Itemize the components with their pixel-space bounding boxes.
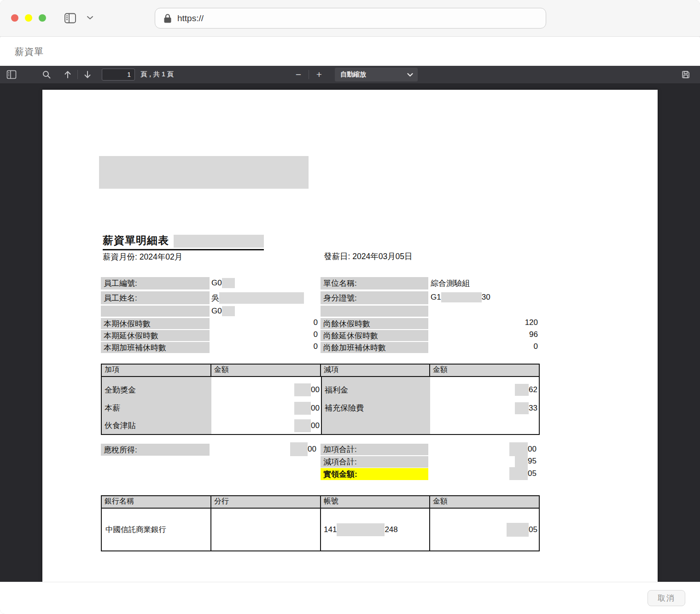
zoom-out-button[interactable]: −: [290, 68, 307, 81]
zoom-select-value: 自動縮放: [340, 70, 366, 79]
deduct-item-1: 補充保險費: [322, 399, 430, 417]
remain-value-2: 0: [492, 342, 538, 351]
leave-label-0: 本期休假時數: [101, 318, 210, 329]
zoom-in-button[interactable]: +: [311, 68, 327, 81]
page-titlebar: 薪資單: [0, 37, 700, 66]
id-label: 身分證號:: [321, 291, 428, 304]
bank-amount-cell: 05: [430, 509, 539, 550]
emp-name-value: 吳: [211, 292, 304, 304]
dialog-footer: 取消: [0, 582, 700, 614]
add-item-2: 伙食津貼: [102, 417, 211, 434]
deduct-amount-2: [430, 417, 539, 434]
deduct-amount-0: 62: [430, 381, 539, 399]
emp-extra-value: G0: [211, 306, 235, 316]
search-icon[interactable]: [40, 68, 53, 81]
leave-value-0: 0: [273, 318, 318, 327]
blank-label-cell: [101, 306, 210, 317]
emp-no-label: 員工編號:: [101, 277, 210, 290]
redacted-logo-box: [99, 156, 309, 189]
salary-month: 薪資月份: 2024年02月: [103, 251, 182, 262]
deduct-total-label: 減項合計:: [321, 456, 428, 468]
select-chevron-icon: [407, 73, 413, 77]
redacted-title-box: [174, 235, 264, 248]
remain-label-0: 尚餘休假時數: [321, 318, 428, 329]
leave-value-2: 0: [273, 342, 318, 351]
add-amount-2: 00: [211, 417, 321, 434]
pdf-toolbar: 頁，共 1 頁 − + 自動縮放: [0, 66, 700, 83]
emp-no-value: G0: [211, 278, 235, 288]
minimize-window-button[interactable]: [25, 14, 32, 22]
chevron-down-icon[interactable]: [87, 15, 93, 20]
bank-header-name: 銀行名稱: [102, 496, 211, 508]
bank-header-account: 帳號: [321, 496, 430, 508]
bank-branch-cell: [211, 509, 321, 550]
blank-label-cell-right: [321, 306, 428, 317]
leave-label-2: 本期加班補休時數: [101, 342, 210, 353]
add-amount-0: 00: [211, 381, 321, 399]
address-bar[interactable]: https://: [155, 8, 546, 29]
fullscreen-window-button[interactable]: [39, 14, 46, 22]
id-value: G130: [431, 292, 490, 302]
remain-value-0: 120: [492, 318, 538, 327]
url-text: https://: [177, 13, 204, 23]
add-item-0: 全勤獎金: [102, 381, 211, 399]
page-count-label: 頁，共 1 頁: [140, 70, 174, 79]
taxable-income-label: 應稅所得:: [101, 444, 210, 456]
payslip-title-row: 薪資單明細表: [103, 233, 264, 250]
page-number-input[interactable]: [102, 69, 135, 81]
page-title: 薪資單: [15, 46, 44, 58]
unit-label: 單位名稱:: [321, 277, 428, 290]
save-icon[interactable]: [679, 68, 693, 81]
leave-label-1: 本期延休假時數: [101, 330, 210, 341]
viewer-sidebar-toggle-icon[interactable]: [5, 68, 18, 81]
remain-label-1: 尚餘延休假時數: [321, 330, 428, 341]
sidebar-toggle-icon[interactable]: [64, 12, 76, 24]
add-amount-1: 00: [211, 399, 321, 417]
add-total-value: 00: [461, 442, 538, 456]
close-window-button[interactable]: [11, 14, 18, 22]
deduct-item-2: [322, 417, 430, 434]
earn-deduct-table: 加項 金額 減項 金額 全勤獎金 本薪 伙食津貼 00 00 00: [101, 364, 540, 435]
unit-value: 綜合測驗組: [431, 278, 470, 289]
remain-value-1: 96: [492, 330, 538, 339]
bank-header-branch: 分行: [211, 496, 321, 508]
cancel-button[interactable]: 取消: [648, 590, 685, 606]
net-pay-value: 05: [461, 467, 538, 480]
bank-table: 銀行名稱 分行 帳號 金額 中國信託商業銀行 141248 05: [101, 495, 540, 551]
bank-header-amount: 金額: [430, 496, 539, 508]
emp-name-label: 員工姓名:: [101, 291, 210, 304]
add-total-label: 加項合計:: [321, 444, 428, 455]
browser-window: https:// 薪資單: [0, 0, 700, 614]
earn-header-amount2: 金額: [430, 365, 539, 376]
leave-value-1: 0: [273, 330, 318, 339]
bank-account-cell: 141248: [321, 509, 430, 550]
net-pay-label: 實領金額:: [321, 468, 428, 480]
browser-chrome: https://: [0, 0, 700, 37]
lock-icon: [163, 13, 172, 23]
pdf-viewer-area[interactable]: 薪資單明細表 薪資月份: 2024年02月 發薪日: 2024年03月05日 員…: [0, 83, 700, 582]
remain-label-2: 尚餘加班補休時數: [321, 342, 428, 353]
deduct-amount-1: 33: [430, 399, 539, 417]
deduct-total-value: 95: [461, 455, 538, 467]
taxable-income-value: 00: [240, 442, 318, 456]
add-item-1: 本薪: [102, 399, 211, 417]
payslip-title: 薪資單明細表: [103, 233, 169, 248]
zoom-select[interactable]: 自動縮放: [335, 68, 418, 81]
earn-header-add: 加項: [102, 365, 211, 376]
next-page-icon[interactable]: [81, 68, 94, 81]
previous-page-icon[interactable]: [61, 68, 75, 81]
payslip-document: 薪資單明細表 薪資月份: 2024年02月 發薪日: 2024年03月05日 員…: [42, 90, 658, 582]
earn-header-deduct: 減項: [321, 365, 430, 376]
pay-date: 發薪日: 2024年03月05日: [324, 251, 413, 262]
earn-header-amount1: 金額: [211, 365, 321, 376]
deduct-item-0: 福利金: [322, 381, 430, 399]
bank-name-cell: 中國信託商業銀行: [102, 509, 211, 550]
